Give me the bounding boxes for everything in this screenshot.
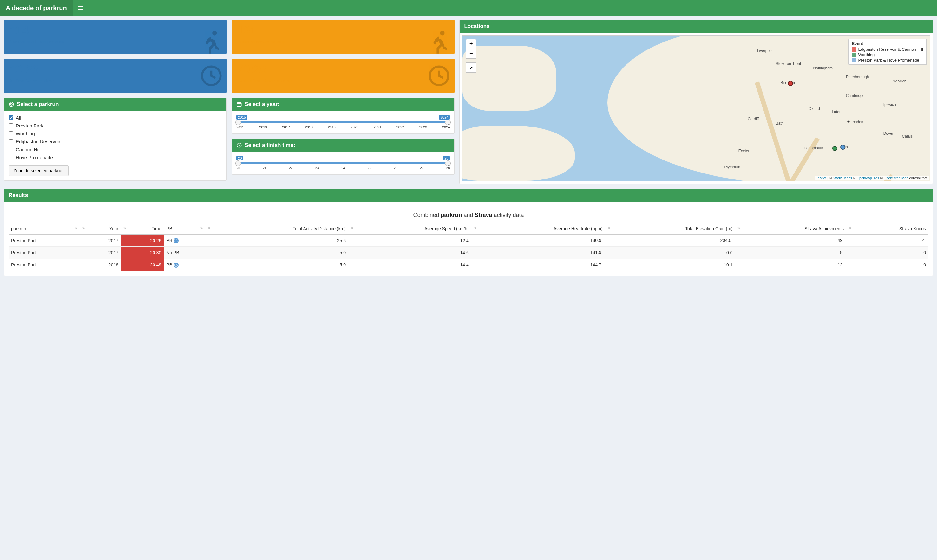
column-header[interactable]: ⇅Strava Achievments — [735, 223, 846, 235]
cell-heartrate: 131.9 — [471, 247, 605, 259]
stat-value: 20:26 — [237, 63, 449, 76]
checkbox-input[interactable] — [9, 155, 13, 160]
svg-point-6 — [11, 103, 12, 105]
svg-point-5 — [9, 102, 14, 106]
panel-title: Results — [9, 192, 28, 198]
clock-icon — [427, 63, 451, 88]
checkbox-input[interactable] — [9, 147, 13, 152]
zoom-out-button[interactable]: − — [466, 49, 476, 58]
sort-icon: ⇅ — [82, 226, 85, 229]
sort-icon: ⇅ — [123, 226, 126, 229]
map-city-label: Portsmouth — [804, 146, 823, 150]
svg-rect-9 — [237, 103, 242, 106]
finish-slider[interactable]: 2028 202122232425262728 — [236, 156, 450, 170]
checkbox-edgbaston-reservoir[interactable]: Edgbaston Reservoir — [9, 139, 222, 144]
checkbox-cannon-hill[interactable]: Cannon Hill — [9, 147, 222, 152]
map-city-label: Stoke-on-Trent — [776, 62, 801, 66]
column-header[interactable]: ⇅Year — [80, 223, 121, 235]
checkbox-all[interactable]: All — [9, 115, 222, 120]
select-finish-panel: Select a finish time: 2028 2021222324252… — [232, 138, 455, 175]
column-header[interactable]: PB⇅ — [164, 223, 205, 235]
sort-icon: ⇅ — [351, 226, 353, 229]
checkbox-hove-promenade[interactable]: Hove Promenade — [9, 155, 222, 160]
column-header[interactable]: ⇅Average Heartrate (bpm) — [471, 223, 605, 235]
cell-heartrate: 130.9 — [471, 235, 605, 247]
cell-parkrun: Preston Park — [9, 247, 80, 259]
cell-speed: 12.4 — [348, 235, 471, 247]
zoom-selected-button[interactable]: Zoom to selected parkrun — [9, 165, 69, 176]
map-city-label: Bath — [776, 121, 784, 126]
zoom-in-button[interactable]: + — [466, 39, 476, 49]
app-title: A decade of parkrun — [0, 0, 72, 16]
checkbox-input[interactable] — [9, 139, 13, 144]
cell-achievements: 18 — [735, 247, 846, 259]
omt-link[interactable]: OpenMapTiles — [856, 176, 879, 180]
cell-pb: PB — [164, 259, 205, 271]
stat-value: 214 — [9, 24, 221, 37]
legend-swatch — [852, 47, 856, 52]
sort-icon: ⇅ — [849, 226, 851, 229]
checkbox-preston-park[interactable]: Preston Park — [9, 123, 222, 128]
map-marker[interactable] — [832, 146, 837, 151]
cell-parkrun: Preston Park — [9, 259, 80, 271]
select-parkrun-panel: Select a parkrun AllPreston ParkWorthing… — [4, 98, 227, 181]
column-header[interactable]: parkrun⇅ — [9, 223, 80, 235]
checkbox-worthing[interactable]: Worthing — [9, 131, 222, 136]
panel-title: Select a year: — [245, 101, 280, 108]
cell-kudos: 0 — [846, 247, 928, 259]
svg-line-12 — [790, 138, 818, 181]
map-city-label: Exeter — [739, 149, 749, 153]
results-panel: Results Combined parkrun and Strava acti… — [4, 189, 933, 276]
slider-max-badge: 28 — [443, 156, 450, 160]
map-controls: + − ⤢ — [466, 39, 477, 73]
map-attribution: Leaflet | © Stadia Maps © OpenMapTiles ©… — [815, 176, 929, 180]
results-caption: Combined parkrun and Strava activity dat… — [9, 212, 928, 218]
map-city-label: Calais — [902, 134, 912, 138]
svg-rect-1 — [78, 8, 83, 8]
cell-speed: 14.6 — [348, 247, 471, 259]
clock-icon — [199, 63, 224, 88]
table-row[interactable]: Preston Park201720:30No PB5.014.6131.9 0… — [9, 247, 928, 259]
stat-value: 161 — [237, 24, 449, 37]
reset-view-button[interactable]: ⤢ — [466, 63, 476, 72]
table-row[interactable]: Preston Park201620:49PB 5.014.4144.7 10.… — [9, 259, 928, 271]
sort-icon: ⇅ — [75, 226, 77, 229]
column-header[interactable]: ⇅Total Activity Distance (km) — [205, 223, 348, 235]
panel-title: Select a finish time: — [245, 142, 295, 148]
checkbox-input[interactable] — [9, 131, 13, 136]
cell-achievements: 49 — [735, 235, 846, 247]
map-legend: Event Edgbaston Reservoir & Cannon HillW… — [848, 39, 927, 65]
column-header[interactable]: ⇅Strava Kudos — [846, 223, 928, 235]
legend-item: Edgbaston Reservoir & Cannon Hill — [852, 47, 923, 52]
stadia-link[interactable]: Stadia Maps — [832, 176, 852, 180]
column-header[interactable]: ⇅Total Elevation Gain (m) — [605, 223, 735, 235]
menu-toggle[interactable] — [72, 0, 89, 16]
legend-swatch — [852, 52, 856, 57]
calendar-icon — [236, 102, 242, 107]
osm-link[interactable]: OpenStreetMap — [884, 176, 908, 180]
stat-label: Number of all-time parkruns — [9, 39, 221, 45]
cell-elevation: 10.1 — [605, 259, 735, 271]
map-city-label: Liverpool — [757, 49, 773, 53]
map[interactable]: + − ⤢ Event Edgbaston Reservoir & Cannon… — [462, 35, 930, 181]
cell-year: 2017 — [80, 247, 121, 259]
column-header[interactable]: ⇅Average Speed (km/h) — [348, 223, 471, 235]
svg-line-11 — [757, 82, 790, 181]
sort-icon: ⇅ — [608, 226, 610, 229]
table-row[interactable]: Preston Park201720:26PB 25.612.4130.9 20… — [9, 235, 928, 247]
sort-icon: ⇅ — [737, 226, 740, 229]
checkbox-input[interactable] — [9, 115, 13, 120]
smile-icon — [174, 263, 178, 268]
parkrun-checklist: AllPreston ParkWorthingEdgbaston Reservo… — [9, 115, 222, 160]
cell-heartrate: 144.7 — [471, 259, 605, 271]
column-header[interactable]: ⇅Time — [121, 223, 164, 235]
year-slider[interactable]: 20152024 2015201620172018201920202021202… — [236, 115, 450, 129]
cell-kudos: 4 — [846, 235, 928, 247]
cell-year: 2017 — [80, 235, 121, 247]
leaflet-link[interactable]: Leaflet — [816, 176, 826, 180]
map-city-label: Norwich — [892, 79, 906, 83]
map-city-label: Ipswich — [883, 102, 896, 107]
select-year-panel: Select a year: 20152024 2015201620172018… — [232, 98, 455, 134]
checkbox-input[interactable] — [9, 123, 13, 128]
map-marker[interactable] — [788, 81, 793, 86]
